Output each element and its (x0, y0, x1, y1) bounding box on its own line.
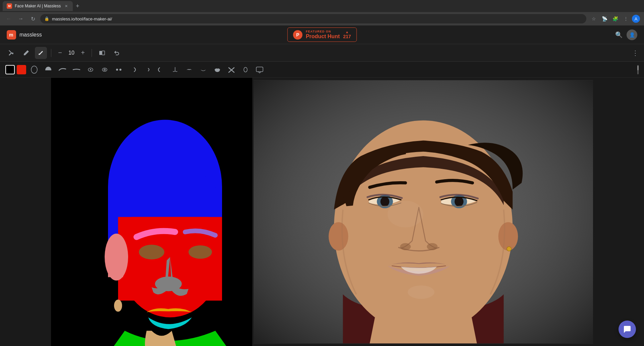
svg-point-22 (189, 246, 212, 259)
product-hunt-logo: P (293, 30, 303, 40)
url-text: massless.io/tool/face-maker-ai/ (52, 16, 112, 21)
svg-point-33 (454, 197, 464, 206)
svg-point-10 (119, 69, 121, 71)
ph-name: Product Hunt (306, 33, 340, 40)
pencil-tool[interactable] (20, 47, 32, 59)
segment-eye-closed[interactable] (85, 64, 97, 76)
color-red-swatch[interactable] (17, 65, 26, 74)
toolbar-separator-1 (51, 49, 51, 57)
face-drawing-svg (51, 78, 252, 346)
bookmark-star-button[interactable]: ☆ (589, 14, 598, 23)
segment-eye-dots[interactable] (113, 64, 125, 76)
right-panel (593, 78, 644, 346)
scroll-thumb (637, 66, 639, 70)
forward-button[interactable]: → (16, 14, 25, 23)
segment-nose-oval[interactable] (239, 64, 252, 76)
tab-bar: M Face Maker AI | Massless ✕ + (0, 0, 644, 12)
svg-rect-2 (102, 51, 105, 55)
toolbar-right (637, 65, 639, 74)
more-button[interactable]: ⋮ (621, 14, 631, 23)
segment-hair-top[interactable] (42, 64, 54, 76)
undo-button[interactable] (111, 47, 123, 59)
chat-button[interactable] (619, 321, 636, 338)
segment-toolbar (0, 62, 644, 78)
scroll-track (637, 65, 639, 74)
segment-lips-lower[interactable] (197, 64, 209, 76)
segment-chin[interactable] (254, 64, 266, 76)
segment-face-x[interactable] (225, 64, 237, 76)
segment-ear-right[interactable] (127, 64, 139, 76)
svg-point-11 (244, 67, 247, 72)
left-panel (0, 78, 51, 346)
cast-button[interactable]: 📡 (600, 14, 609, 23)
size-increase-button[interactable]: + (78, 48, 88, 58)
user-avatar[interactable]: 👤 (627, 29, 637, 40)
drawing-canvas[interactable] (51, 78, 252, 346)
result-canvas (254, 78, 593, 346)
svg-point-3 (31, 66, 37, 73)
segment-face-oval[interactable] (28, 64, 40, 76)
toolbar-separator-2 (92, 49, 92, 57)
svg-point-9 (116, 69, 118, 71)
segment-ear-left[interactable] (155, 64, 167, 76)
back-button[interactable]: ← (4, 14, 13, 23)
tab-favicon: M (7, 3, 12, 9)
svg-rect-12 (256, 67, 263, 72)
svg-point-36 (387, 201, 423, 227)
browser-chrome: M Face Maker AI | Massless ✕ + ← → ↻ 🔒 m… (0, 0, 644, 25)
brush-tool[interactable] (35, 47, 47, 59)
reload-button[interactable]: ↻ (28, 14, 38, 23)
svg-point-35 (427, 243, 438, 250)
paint-bucket-tool[interactable] (5, 47, 17, 59)
product-hunt-badge[interactable]: P FEATURED ON Product Hunt ▲ 217 (287, 27, 357, 42)
lock-icon: 🔒 (44, 16, 49, 21)
svg-rect-19 (108, 244, 123, 277)
header-right: 🔍 👤 (615, 29, 637, 40)
svg-point-28 (507, 247, 511, 251)
segment-eye-open[interactable] (99, 64, 111, 76)
extensions-button[interactable]: 🧩 (610, 14, 620, 23)
segment-eyebrow-arch[interactable] (56, 64, 68, 76)
active-tab[interactable]: M Face Maker AI | Massless ✕ (3, 1, 73, 11)
profile-button[interactable]: A (632, 15, 640, 23)
svg-point-5 (90, 69, 91, 70)
svg-point-20 (114, 300, 122, 312)
logo-area: m massless (7, 30, 42, 40)
segment-ear-small[interactable] (141, 64, 153, 76)
segment-lips-full[interactable] (211, 64, 223, 76)
product-hunt-text: FEATURED ON Product Hunt (306, 30, 340, 40)
segment-nose-small[interactable] (169, 64, 181, 76)
tab-close-button[interactable]: ✕ (63, 3, 69, 9)
ph-upvote-arrow: ▲ (345, 30, 349, 34)
fill-tool[interactable] (96, 47, 108, 59)
svg-rect-1 (99, 51, 102, 55)
color-black-swatch[interactable] (5, 65, 15, 74)
svg-point-8 (104, 69, 105, 70)
ph-vote-count: ▲ 217 (343, 30, 351, 39)
svg-point-27 (498, 222, 518, 251)
logo-icon: m (7, 30, 16, 40)
segment-lips-upper[interactable] (183, 64, 195, 76)
svg-point-31 (380, 197, 389, 206)
new-tab-button[interactable]: + (73, 1, 82, 11)
svg-point-34 (400, 243, 411, 250)
size-control: − 10 + (55, 48, 88, 58)
size-decrease-button[interactable]: − (55, 48, 65, 58)
drawing-toolbar: − 10 + ⋮ (0, 44, 644, 62)
more-options-button[interactable]: ⋮ (632, 49, 639, 57)
browser-actions: ☆ 📡 🧩 ⋮ A (589, 14, 640, 23)
app-container: m massless P FEATURED ON Product Hunt ▲ … (0, 25, 644, 346)
segment-eyebrow-flat[interactable] (70, 64, 83, 76)
svg-point-23 (155, 277, 182, 291)
browser-toolbar: ← → ↻ 🔒 massless.io/tool/face-maker-ai/ … (0, 12, 644, 25)
tab-title: Face Maker AI | Massless (15, 4, 61, 8)
app-header: m massless P FEATURED ON Product Hunt ▲ … (0, 25, 644, 44)
address-bar[interactable]: 🔒 massless.io/tool/face-maker-ai/ (40, 14, 586, 23)
svg-point-37 (408, 285, 434, 299)
svg-text:m: m (9, 32, 13, 38)
svg-point-29 (329, 222, 348, 251)
logo-text: massless (19, 32, 42, 38)
ph-featured-label: FEATURED ON (306, 30, 340, 33)
search-button[interactable]: 🔍 (615, 31, 623, 39)
chat-icon (623, 325, 632, 334)
